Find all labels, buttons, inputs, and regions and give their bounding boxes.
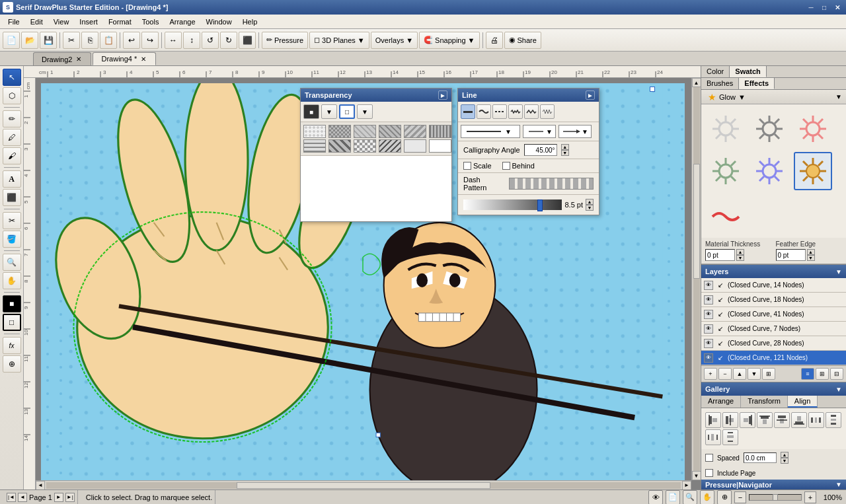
line-panel-close[interactable]: ► [586, 90, 595, 100]
prev-page-btn[interactable]: ◄ [18, 493, 27, 502]
close-button[interactable]: ✕ [831, 2, 843, 13]
menu-tools[interactable]: Tools [137, 17, 165, 27]
swatch-8[interactable] [328, 139, 351, 153]
3d-planes-button[interactable]: ◻ 3D Planes ▼ [309, 32, 369, 49]
swatch-4[interactable] [379, 125, 401, 138]
calligraphy-down[interactable]: ▼ [561, 150, 569, 156]
flip-v-button[interactable]: ↕ [183, 32, 200, 49]
effect-blue-gear[interactable] [750, 152, 788, 190]
layers-view1[interactable]: ≡ [801, 368, 814, 380]
swatch-1[interactable] [303, 125, 326, 138]
menu-view[interactable]: View [48, 17, 75, 27]
save-button[interactable]: 💾 [40, 32, 57, 49]
swatch-3[interactable] [354, 125, 376, 138]
behind-checkbox[interactable] [502, 162, 510, 170]
h-scroll-right[interactable]: ► [682, 481, 691, 490]
sub-tab-align[interactable]: Align [788, 396, 818, 408]
tab-drawing2-close[interactable]: ✕ [75, 55, 83, 63]
swatch-9[interactable] [354, 139, 376, 153]
line-arrow-start[interactable]: ▼ [523, 125, 556, 138]
overlays-button[interactable]: Overlays ▼ [371, 32, 418, 49]
spaced-checkbox[interactable] [705, 454, 713, 462]
effect-selected-gear[interactable] [794, 152, 832, 190]
layer-eye-2[interactable]: 👁 [704, 295, 713, 305]
layer-eye-3[interactable]: 👁 [704, 310, 713, 319]
navigator-label[interactable]: Navigator [738, 481, 772, 489]
group-button[interactable]: ⬛ [239, 32, 256, 49]
scale-checkbox[interactable] [463, 162, 471, 170]
rotate-right-button[interactable]: ↻ [220, 32, 237, 49]
layers-down[interactable]: ▼ [748, 368, 761, 380]
share-button[interactable]: ◉ Share [504, 32, 541, 49]
layers-expand[interactable]: ▼ [835, 268, 842, 275]
width-up[interactable]: ▲ [586, 199, 594, 205]
trans-black-btn[interactable]: ■ [303, 104, 319, 119]
distribute-space-h[interactable] [705, 429, 721, 445]
tab-drawing2[interactable]: Drawing2 ✕ [33, 52, 91, 65]
layer-item-2[interactable]: 👁 ↙ (Closed Curve, 18 Nodes) [701, 293, 846, 307]
menu-arrange[interactable]: Arrange [164, 17, 200, 27]
first-page-btn[interactable]: |◄ [7, 493, 16, 502]
tab-swatch[interactable]: Swatch [730, 66, 767, 77]
line-btn-rough[interactable] [524, 104, 539, 119]
layer-item-3[interactable]: 👁 ↙ (Closed Curve, 41 Nodes) [701, 307, 846, 322]
feather-edge-input[interactable]: 0 pt [776, 249, 806, 261]
new-button[interactable]: 📄 [3, 32, 20, 49]
h-scrollbar[interactable]: ◄ ► [36, 480, 691, 489]
menu-window[interactable]: Window [201, 17, 237, 27]
trans-black-dropdown[interactable]: ▼ [321, 104, 337, 119]
swatch-10[interactable] [379, 139, 401, 153]
align-left[interactable] [705, 412, 721, 428]
line-btn-solid[interactable] [461, 104, 475, 119]
pen-tool[interactable]: 🖊 [3, 129, 21, 146]
effect-red-wave[interactable] [707, 194, 745, 233]
line-panel-header[interactable]: Line ► [458, 89, 599, 102]
swatch-6[interactable] [429, 125, 451, 138]
align-center-h[interactable] [774, 412, 790, 428]
trans-white-dropdown[interactable]: ▼ [357, 104, 373, 119]
pressure-label[interactable]: Pressure [705, 481, 736, 489]
layers-view2[interactable]: ⊞ [816, 368, 829, 380]
swatch-2[interactable] [328, 125, 351, 138]
align-bottom[interactable] [791, 412, 807, 428]
effect-tool[interactable]: fx [3, 337, 21, 354]
effect-white-gear[interactable] [707, 110, 745, 148]
line-width-slider[interactable] [463, 199, 562, 210]
color-line-tool[interactable]: □ [3, 314, 21, 331]
redo-button[interactable]: ↪ [141, 32, 159, 49]
transparency-panel-header[interactable]: Transparency ► [301, 89, 451, 102]
text-tool[interactable]: A [3, 170, 21, 188]
print-button[interactable]: 🖨 [486, 32, 503, 49]
line-btn-dashed[interactable] [492, 104, 507, 119]
layer-eye-5[interactable]: 👁 [704, 339, 713, 348]
zoom-in-btn[interactable]: + [804, 491, 816, 503]
fill-tool[interactable]: 🪣 [3, 231, 21, 248]
layer-item-6[interactable]: 👁 ↙ (Closed Curve, 121 Nodes) [701, 351, 846, 365]
sub-tab-arrange[interactable]: Arrange [701, 396, 741, 408]
tab-effects[interactable]: Effects [739, 78, 775, 89]
node-tool[interactable]: ⬡ [3, 87, 21, 104]
tab-drawing4-close[interactable]: ✕ [139, 55, 147, 63]
glow-select[interactable]: ★ Glow ▼ [705, 91, 748, 103]
line-btn-detailed[interactable] [540, 104, 555, 119]
layers-view3[interactable]: ⊟ [830, 368, 843, 380]
layer-item-1[interactable]: 👁 ↙ (Closed Curve, 14 Nodes) [701, 278, 846, 293]
v-scroll-down[interactable]: ▼ [692, 471, 701, 480]
feather-down[interactable]: ▼ [807, 255, 815, 261]
line-arrow-end[interactable]: ▼ [558, 125, 592, 138]
effect-pink-gear[interactable] [794, 110, 832, 148]
next-page-btn[interactable]: ► [54, 493, 63, 502]
align-right[interactable] [740, 412, 755, 428]
h-scroll-left[interactable]: ◄ [36, 481, 45, 490]
paste-button[interactable]: 📋 [100, 32, 117, 49]
pressure-nav-expand[interactable]: ▼ [835, 481, 842, 488]
line-btn-textured[interactable] [508, 104, 523, 119]
menu-edit[interactable]: Edit [25, 17, 48, 27]
snapping-button[interactable]: 🧲 Snapping ▼ [419, 32, 479, 49]
swatch-12[interactable] [429, 139, 451, 153]
canvas-container[interactable]: ◄ ► ▲ ▼ [36, 78, 701, 489]
v-scroll-up[interactable]: ▲ [692, 78, 701, 87]
layers-merge[interactable]: ⊞ [762, 368, 775, 380]
view-mode-2[interactable]: 📄 [666, 490, 680, 505]
menu-format[interactable]: Format [103, 17, 137, 27]
